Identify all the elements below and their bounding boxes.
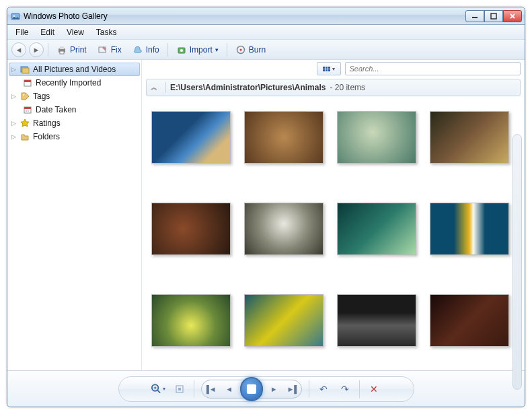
svg-rect-13: [22, 68, 29, 73]
separator: [359, 380, 360, 398]
next-button[interactable]: ►: [266, 382, 282, 396]
prev-button[interactable]: ◄: [221, 382, 237, 396]
window-title: Windows Photo Gallery: [24, 11, 465, 21]
back-button[interactable]: ◄: [11, 42, 26, 57]
burn-button[interactable]: Burn: [231, 42, 270, 57]
dropdown-icon: ▾: [163, 386, 165, 392]
import-label: Import: [190, 45, 213, 55]
sidebar-item-date-taken[interactable]: Date Taken: [9, 103, 140, 116]
expand-icon[interactable]: ▷: [11, 66, 18, 73]
pictures-icon: [20, 64, 30, 75]
slideshow-button[interactable]: [240, 377, 263, 401]
sidebar-item-folders[interactable]: ▷ Folders: [9, 130, 140, 143]
forward-button[interactable]: ►: [29, 42, 44, 57]
svg-point-16: [23, 94, 24, 96]
first-button[interactable]: ▐◄: [202, 382, 218, 396]
svg-point-11: [239, 48, 241, 50]
print-button[interactable]: Print: [52, 42, 91, 57]
separator: [309, 380, 309, 398]
navigation-controls: ▐◄ ◄ ► ►▌: [201, 380, 302, 399]
redo-icon: ↷: [341, 384, 349, 394]
collapse-icon[interactable]: ︽: [151, 83, 161, 92]
calendar-icon: [22, 104, 33, 115]
svg-rect-5: [60, 46, 64, 49]
titlebar[interactable]: Windows Photo Gallery: [7, 7, 525, 25]
rotate-left-button[interactable]: ↶: [316, 382, 331, 396]
breadcrumb-path[interactable]: E:\Users\Administrator\Pictures\Animals: [170, 83, 326, 92]
minimize-button[interactable]: [465, 10, 484, 22]
svg-rect-15: [24, 80, 31, 82]
sidebar-item-label: All Pictures and Videos: [33, 65, 116, 74]
fit-button[interactable]: [172, 382, 187, 396]
close-button[interactable]: [503, 10, 522, 22]
prev-icon: ◄: [225, 385, 233, 393]
import-icon: [176, 44, 187, 55]
rotate-right-button[interactable]: ↷: [338, 382, 352, 396]
import-button[interactable]: Import ▾: [172, 42, 223, 57]
forward-icon: ►: [33, 46, 40, 54]
search-input[interactable]: [345, 62, 521, 75]
scrollbar[interactable]: [512, 134, 522, 390]
thumbnail[interactable]: [151, 111, 231, 164]
svg-rect-2: [472, 17, 478, 18]
first-icon: ▐◄: [204, 385, 217, 393]
grid-icon: [323, 67, 330, 71]
svg-rect-18: [24, 107, 31, 109]
svg-line-22: [157, 390, 160, 392]
thumbnail[interactable]: [430, 294, 509, 347]
thumbnail[interactable]: [244, 203, 324, 255]
maximize-button[interactable]: [484, 10, 503, 22]
expand-icon[interactable]: ▷: [11, 120, 18, 127]
thumbnail[interactable]: [244, 111, 324, 164]
expand-icon[interactable]: ▷: [11, 133, 18, 140]
thumbnail[interactable]: [337, 294, 416, 347]
thumbnail[interactable]: [337, 203, 416, 255]
last-icon: ►▌: [287, 385, 299, 393]
sidebar: ▷ All Pictures and Videos Recently Impor…: [7, 60, 142, 370]
info-button[interactable]: Info: [128, 42, 163, 57]
separator: [48, 43, 48, 57]
sidebar-item-label: Recently Imported: [36, 78, 101, 88]
undo-icon: ↶: [319, 384, 328, 394]
recent-icon: [22, 77, 33, 88]
search-bar: ▾: [142, 60, 525, 77]
print-label: Print: [70, 45, 87, 55]
fix-button[interactable]: Fix: [93, 42, 126, 57]
folder-icon: [20, 131, 30, 142]
back-icon: ◄: [15, 46, 23, 54]
delete-icon: ✕: [370, 384, 378, 394]
thumbnail[interactable]: [244, 294, 324, 347]
info-label: Info: [146, 45, 159, 55]
sidebar-item-all-pictures[interactable]: ▷ All Pictures and Videos: [9, 63, 140, 76]
thumbnail[interactable]: [430, 111, 509, 164]
breadcrumb: ︽ E:\Users\Administrator\Pictures\Animal…: [146, 79, 521, 96]
last-button[interactable]: ►▌: [285, 382, 301, 396]
menu-file[interactable]: File: [10, 26, 34, 38]
view-mode-button[interactable]: ▾: [317, 62, 341, 75]
sidebar-item-tags[interactable]: ▷ Tags: [9, 90, 140, 103]
svg-rect-3: [491, 13, 496, 19]
expand-icon[interactable]: ▷: [11, 93, 18, 100]
menu-view[interactable]: View: [61, 26, 89, 38]
menu-edit[interactable]: Edit: [35, 26, 60, 38]
app-icon: [10, 11, 21, 22]
menu-tasks[interactable]: Tasks: [91, 26, 122, 38]
info-icon: [132, 44, 143, 55]
sidebar-item-recently-imported[interactable]: Recently Imported: [9, 76, 140, 90]
thumbnail-area[interactable]: [142, 98, 525, 370]
sidebar-item-label: Ratings: [33, 118, 61, 128]
thumbnail[interactable]: [430, 203, 509, 255]
delete-button[interactable]: ✕: [367, 382, 381, 396]
separator: [194, 380, 194, 398]
dropdown-icon: ▾: [215, 46, 219, 53]
thumbnail-grid: [151, 111, 515, 347]
zoom-button[interactable]: ▾: [151, 382, 165, 396]
separator: [167, 43, 168, 57]
sidebar-item-ratings[interactable]: ▷ Ratings: [9, 116, 140, 130]
fix-icon: [98, 44, 108, 55]
thumbnail[interactable]: [151, 203, 231, 255]
thumbnail[interactable]: [151, 294, 231, 347]
print-icon: [56, 44, 67, 55]
next-icon: ►: [270, 385, 278, 393]
thumbnail[interactable]: [337, 111, 416, 164]
